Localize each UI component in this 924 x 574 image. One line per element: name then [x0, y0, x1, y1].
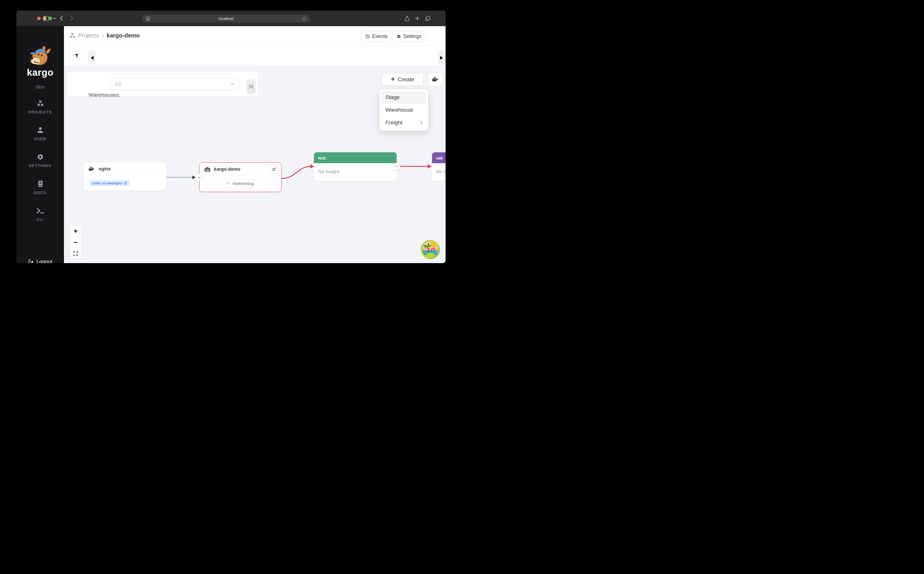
gear-icon [396, 34, 401, 39]
reload-icon[interactable] [302, 16, 306, 21]
frame-image-icon [249, 84, 254, 89]
docker-whale-icon [431, 76, 439, 83]
external-link-icon [124, 181, 127, 185]
kargo-kangaroo-logo [26, 45, 54, 69]
create-label: Create [398, 76, 414, 83]
filter-button[interactable] [70, 51, 83, 61]
create-button[interactable]: + Create [382, 73, 423, 86]
stage-header: uat [432, 152, 445, 163]
zoom-out-button[interactable]: − [70, 237, 81, 248]
image-view-button[interactable] [246, 79, 256, 94]
sidebar-toggle-icon[interactable] [44, 16, 49, 21]
fit-view-button[interactable] [70, 248, 81, 259]
history-icon [365, 34, 370, 39]
logout-label: Logout [36, 259, 52, 263]
events-label: Events [372, 33, 388, 39]
sidebar-item-docs[interactable]: DOCS [16, 180, 64, 195]
island-theme-badge[interactable] [420, 240, 441, 260]
collapse-right-button[interactable] [438, 50, 445, 65]
sidebar-item-label: USER [16, 137, 64, 141]
repo-link-text: public.ecr.aws/nginx [92, 181, 122, 185]
stage-header: test [314, 152, 396, 163]
menu-item-freight-label: Freight [385, 120, 403, 126]
kargo-wordmark: kargo [16, 67, 64, 78]
node-header: kargo-demo [200, 162, 281, 176]
collapse-left-button[interactable] [88, 50, 95, 65]
close-window-button[interactable] [37, 17, 41, 20]
sidebar-item-label: SETTINGS [16, 164, 64, 168]
spinner-icon [227, 181, 231, 185]
environment-label: dev [16, 84, 64, 90]
settings-label: Settings [403, 33, 422, 39]
header-divider [64, 45, 445, 45]
menu-item-freight[interactable]: Freight [381, 116, 426, 129]
logout-icon [28, 259, 34, 263]
app-sidebar: kargo dev PROJECTS USER SETTINGS [16, 26, 64, 263]
back-button[interactable] [60, 16, 63, 21]
chevron-down-icon [230, 83, 234, 85]
sidebar-item-cli[interactable]: CLI [16, 207, 64, 222]
sidebar-item-label: CLI [16, 217, 64, 222]
forward-button[interactable] [70, 16, 73, 21]
warehouse-icon [204, 166, 210, 172]
docker-whale-icon [88, 166, 95, 172]
settings-button[interactable]: Settings [392, 31, 426, 42]
refreshing-status-pill[interactable]: Refreshing [223, 180, 258, 188]
node-title: kargo-demo [214, 167, 240, 172]
open-warehouse-button[interactable] [270, 165, 278, 173]
projects-boxes-icon [36, 100, 44, 107]
external-link-icon [272, 167, 276, 171]
menu-item-warehouse[interactable]: Warehouse [381, 104, 426, 116]
warehouses-select[interactable]: All [110, 78, 239, 90]
chevron-down-icon[interactable] [53, 17, 56, 20]
node-header: nginx [84, 162, 166, 176]
triangle-right-icon [440, 56, 445, 60]
projects-boxes-icon [69, 33, 76, 39]
node-nginx-repo[interactable]: nginx public.ecr.aws/nginx [84, 162, 166, 190]
new-tab-icon[interactable] [415, 16, 420, 21]
node-stage-test[interactable]: test No freight [314, 152, 396, 181]
node-stage-uat[interactable]: uat No freight [432, 152, 445, 181]
minus-icon: − [73, 238, 77, 246]
breadcrumb-separator: › [102, 32, 104, 39]
repo-link[interactable]: public.ecr.aws/nginx [90, 180, 130, 186]
browser-titlebar: localhost [16, 11, 445, 26]
share-icon[interactable] [405, 16, 409, 21]
sidebar-item-settings[interactable]: SETTINGS [16, 153, 64, 168]
sidebar-item-projects[interactable]: PROJECTS [16, 100, 64, 114]
titlebar-divider [51, 16, 52, 21]
chevron-right-icon [420, 120, 423, 125]
minus-icon: − [395, 164, 398, 169]
stage-title: uat [436, 155, 443, 160]
events-button[interactable]: Events [361, 31, 392, 42]
sidebar-item-label: DOCS [16, 191, 64, 195]
minus-icon: − [198, 175, 201, 180]
sidebar-item-user[interactable]: USER [16, 127, 64, 141]
warehouses-select-value: All [115, 81, 121, 88]
menu-item-stage[interactable]: Stage [381, 91, 426, 104]
create-dropdown-menu: Stage Warehouse Freight [380, 89, 428, 131]
gear-icon [36, 153, 44, 160]
node-kargo-demo-warehouse[interactable]: kargo-demo [199, 162, 281, 192]
url-text: localhost [219, 16, 233, 21]
user-icon [36, 127, 44, 134]
breadcrumb-projects-link[interactable]: Projects [78, 32, 99, 39]
page-header: Projects › kargo-demo Events Settings [64, 26, 445, 66]
terminal-icon [36, 207, 44, 214]
book-icon [36, 180, 44, 188]
warehouses-label: Warehouses: [88, 92, 120, 98]
collapse-handle[interactable]: − [195, 173, 203, 181]
logout-button[interactable]: Logout [16, 259, 64, 263]
sidebar-item-label: PROJECTS [16, 110, 64, 114]
address-bar[interactable]: localhost [142, 15, 310, 22]
stage-freight-status: No freight [432, 163, 445, 180]
docker-button[interactable] [428, 73, 443, 86]
zoom-in-button[interactable]: + [70, 226, 81, 237]
node-title: nginx [98, 166, 111, 172]
tab-overview-icon[interactable] [425, 16, 430, 21]
stage-freight-status: No freight [314, 163, 396, 180]
breadcrumb-current: kargo-demo [107, 32, 140, 39]
collapse-handle[interactable]: − [393, 163, 400, 170]
zoom-window-button[interactable] [49, 17, 52, 20]
plus-icon: + [391, 76, 395, 83]
